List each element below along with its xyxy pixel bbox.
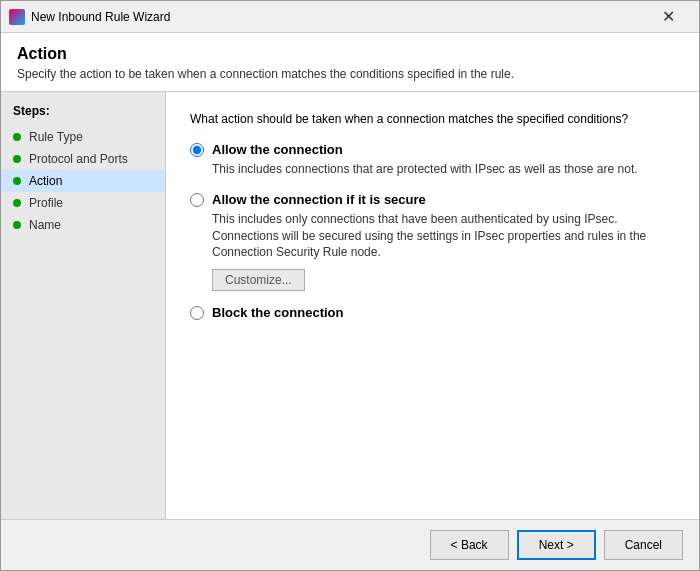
step-dot-rule-type [13, 133, 21, 141]
option-allow-secure-group: Allow the connection if it is secure Thi… [190, 192, 675, 291]
option-allow-secure-row: Allow the connection if it is secure [190, 192, 675, 207]
back-button[interactable]: < Back [430, 530, 509, 560]
sidebar-item-profile[interactable]: Profile [1, 192, 165, 214]
step-dot-profile [13, 199, 21, 207]
next-button[interactable]: Next > [517, 530, 596, 560]
cancel-button[interactable]: Cancel [604, 530, 683, 560]
sidebar-item-name[interactable]: Name [1, 214, 165, 236]
option-allow-group: Allow the connection This includes conne… [190, 142, 675, 178]
wizard-window: New Inbound Rule Wizard ✕ Action Specify… [0, 0, 700, 571]
option-allow-label: Allow the connection [212, 142, 343, 157]
titlebar: New Inbound Rule Wizard ✕ [1, 1, 699, 33]
radio-block[interactable] [190, 306, 204, 320]
sidebar-label-rule-type: Rule Type [29, 130, 83, 144]
option-block-group: Block the connection [190, 305, 675, 320]
step-dot-name [13, 221, 21, 229]
sidebar-label-action: Action [29, 174, 62, 188]
close-button[interactable]: ✕ [645, 5, 691, 29]
sidebar-item-action[interactable]: Action [1, 170, 165, 192]
sidebar-item-rule-type[interactable]: Rule Type [1, 126, 165, 148]
option-block-label: Block the connection [212, 305, 343, 320]
app-icon [9, 9, 25, 25]
customize-button[interactable]: Customize... [212, 269, 305, 291]
option-block-row: Block the connection [190, 305, 675, 320]
radio-allow[interactable] [190, 143, 204, 157]
radio-allow-secure[interactable] [190, 193, 204, 207]
content-area: Steps: Rule Type Protocol and Ports Acti… [1, 92, 699, 519]
sidebar-label-protocol-ports: Protocol and Ports [29, 152, 128, 166]
steps-label: Steps: [1, 104, 165, 126]
sidebar-label-profile: Profile [29, 196, 63, 210]
step-dot-action [13, 177, 21, 185]
sidebar: Steps: Rule Type Protocol and Ports Acti… [1, 92, 166, 519]
page-header: Action Specify the action to be taken wh… [1, 33, 699, 92]
sidebar-item-protocol-ports[interactable]: Protocol and Ports [1, 148, 165, 170]
page-description: Specify the action to be taken when a co… [17, 67, 683, 81]
sidebar-label-name: Name [29, 218, 61, 232]
option-allow-row: Allow the connection [190, 142, 675, 157]
window-title: New Inbound Rule Wizard [31, 10, 645, 24]
main-question: What action should be taken when a conne… [190, 112, 675, 126]
page-title: Action [17, 45, 683, 63]
step-dot-protocol-ports [13, 155, 21, 163]
option-allow-secure-desc: This includes only connections that have… [212, 211, 675, 261]
footer: < Back Next > Cancel [1, 519, 699, 570]
main-panel: What action should be taken when a conne… [166, 92, 699, 519]
option-allow-desc: This includes connections that are prote… [212, 161, 675, 178]
option-allow-secure-label: Allow the connection if it is secure [212, 192, 426, 207]
